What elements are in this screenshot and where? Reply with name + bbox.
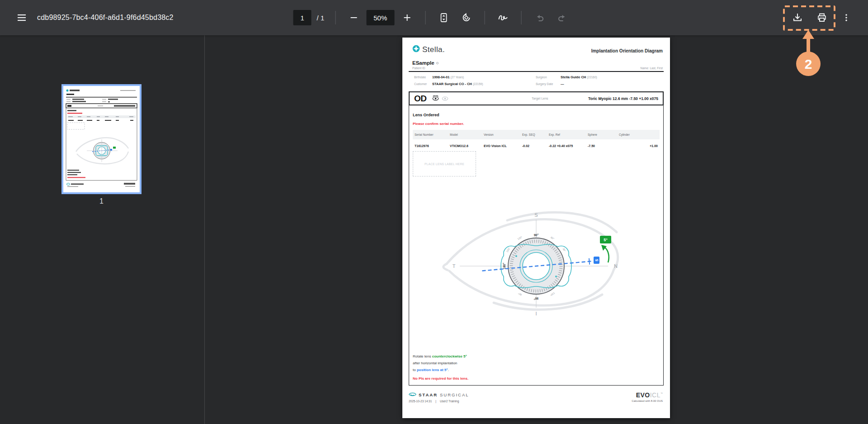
rotate-button[interactable] [456,8,476,28]
footer-meta: 2025-10-23 14:31 | User2 Training [409,400,459,403]
icl-wordmark: ICL [650,391,660,399]
cell-model: VTICMO12.6 [448,139,482,150]
implantation-diagram: 90° 180° 90° 120° 60° 150° 30° 60° 120° [432,207,640,322]
instruction-line-3: to position lens at 5°. [413,368,449,372]
thumbnail-preview [63,86,140,192]
instr1-prefix: Rotate lens [413,354,432,358]
nasal-label: N [614,263,618,269]
zoom-out-button[interactable] [344,8,363,28]
instr3-prefix: to [413,368,417,372]
thumbnail-sidebar: 1 [0,35,204,424]
evo-wordmark: EVO [636,391,650,399]
page-thumbnail[interactable] [61,84,142,194]
eye-side-label: OD [414,94,427,104]
lens-ordered-heading: Lens Ordered [413,113,439,117]
cell-exp-ref: -0.22 +0.40 x075 [547,139,586,150]
toolbar-divider [484,11,485,24]
ink-squiggle-icon [497,12,508,23]
field-label: Surgery Date [536,82,553,86]
col-exp-seq: Exp. SEQ [520,130,547,139]
eye-od-icon [432,95,439,103]
svg-text:60°: 60° [550,236,555,240]
field-value: Stella Guide CH (22160) [561,75,597,79]
print-button[interactable] [812,8,832,28]
dial-bottom-90-label: 90° [534,297,539,300]
trademark-symbol: ™ [660,392,663,395]
staar-wordmark-light: SURGICAL [440,392,469,397]
instruction-line-2: after horizontal implantation [413,361,457,365]
undo-button[interactable] [529,8,549,28]
field-value: — [561,82,564,86]
toolbar-divider [425,11,425,24]
birthdate-suffix: (27 Years) [450,76,464,79]
svg-text:120°: 120° [550,292,556,297]
annotate-button[interactable] [493,8,513,28]
col-sphere: Sphere [586,130,617,139]
svg-text:5°: 5° [604,238,608,242]
svg-text:120°: 120° [517,236,523,241]
evo-icl-logo: EVOICL™ [636,391,663,399]
field-label: Birthdate [414,76,426,79]
staar-wordmark-bold: STAAR [419,392,438,397]
staar-eye-icon [409,391,416,399]
hamburger-icon [17,13,27,23]
pdf-toolbar: cdb98925-7bc4-406f-a6d1-9f6d45bd38c2 / 1 [0,0,868,35]
fit-to-page-button[interactable] [434,8,453,28]
document-title: cdb98925-7bc4-406f-a6d1-9f6d45bd38c2 [37,14,174,22]
zoom-in-button[interactable] [397,8,417,28]
patient-name: ESample [412,60,439,66]
footer-user: User2 Training [440,400,459,403]
inferior-label: I [535,311,537,316]
thumbnail-page-number: 1 [61,197,142,205]
eye-os-icon [442,95,448,103]
dial-90-label: 90° [534,233,539,237]
plus-icon [403,14,411,22]
patient-gender-icon [436,62,439,64]
surgeon-value: Stella Guide CH [561,75,586,79]
instr3-suffix: . [448,368,448,372]
toolbar-right [788,8,868,28]
menu-button[interactable] [12,8,32,28]
eye-toggle-icons [432,95,448,103]
zoom-level-input[interactable] [366,10,394,25]
toolbar-center: / 1 [293,0,572,35]
toolbar-divider [335,11,335,24]
col-model: Model [448,130,482,139]
field-value: STAAR Surgical CO - CH (22159) [432,82,483,86]
toolbar-left: cdb98925-7bc4-406f-a6d1-9f6d45bd38c2 [0,8,174,28]
document-viewport[interactable]: Stella. Implantation Orientation Diagram… [205,35,868,424]
page-number-input[interactable] [293,10,311,25]
rotate-icon [461,12,472,23]
cell-serial-number: T1612976 [413,139,448,150]
name-format-hint: Name: Last, First [641,67,663,70]
field-label: Customer [414,82,427,86]
instruction-line-1: Rotate lens counterclockwise 5° [413,354,467,358]
stella-logo: Stella. [412,45,445,54]
more-options-button[interactable] [836,8,856,28]
download-button[interactable] [788,8,807,28]
page-count-label: / 1 [314,14,327,22]
patient-id-label: Patient ID [412,67,425,70]
patient-name-text: ESample [412,60,434,66]
temporal-label: T [453,263,456,269]
print-timestamp: 2025-10-23 14:31 [409,400,432,403]
svg-text:5: 5 [594,259,599,261]
minus-icon [349,14,358,22]
customer-suffix: (22159) [473,82,483,86]
eye-side-header: OD Target Lens Toric Myopic 12.6 mm -7.5… [409,91,664,105]
redo-icon [557,13,567,23]
undo-icon [534,13,544,23]
serial-warning: Please confirm serial number. [413,122,464,126]
col-serial-number: Serial Number [413,130,448,139]
redo-button[interactable] [552,8,572,28]
birthdate-value: 1998-04-01 [432,75,449,79]
pi-warning: No PIs are required for this lens. [413,376,468,381]
target-lens-label: Target Lens [532,97,548,100]
cell-sphere: -7.50 [586,139,617,150]
header-rule [409,71,664,72]
instr3-highlight: position lens at 5° [417,368,448,372]
field-label: Surgeon [536,76,547,79]
calculated-with-label: Calculated with 8.00 OUS [632,400,663,402]
staar-surgical-logo: STAARSURGICAL [409,391,469,399]
cell-cylinder: +1.00 [617,139,660,150]
